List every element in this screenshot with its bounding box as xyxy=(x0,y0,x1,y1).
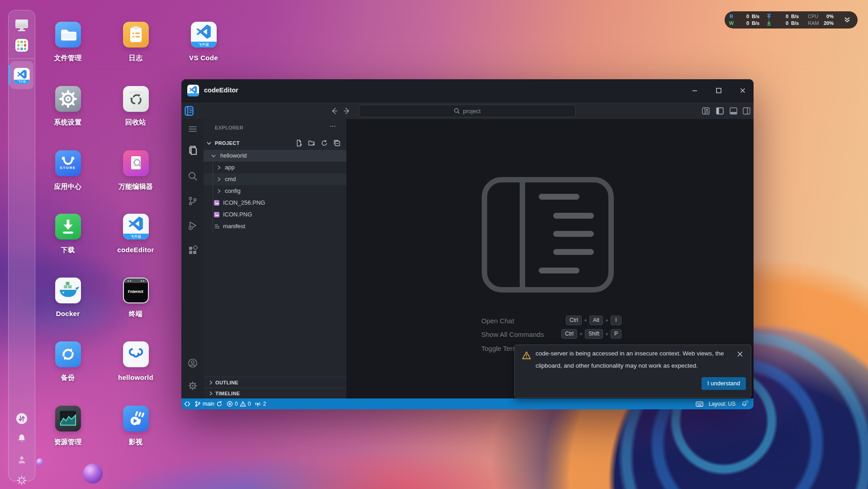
tree-item-config[interactable]: config xyxy=(204,185,346,197)
customize-layout-icon[interactable] xyxy=(702,107,710,115)
chevron-down-icon xyxy=(211,153,216,158)
upload-icon xyxy=(766,14,772,19)
refresh-icon[interactable] xyxy=(321,139,328,147)
problems-indicator[interactable]: 0 0 xyxy=(227,401,251,407)
desktop-icon-terminal[interactable]: FntermX 终端 xyxy=(109,278,163,318)
toggle-secondary-sidebar-icon[interactable] xyxy=(743,107,750,115)
warnings-icon xyxy=(240,401,246,407)
minimize-button[interactable] xyxy=(689,85,701,96)
desktop-icon-backup[interactable]: 备份 xyxy=(41,341,95,382)
codeeditor-window: codeEditor project EXPLORER ⋯ xyxy=(181,79,754,409)
toast-understand-button[interactable]: I understand xyxy=(702,377,746,390)
desktop-icon-universal-editor[interactable]: 万能编辑器 xyxy=(109,150,163,191)
download-icon xyxy=(55,214,81,240)
dock: 飞牛版 xyxy=(8,10,35,481)
desktop-icon-download[interactable]: 下载 xyxy=(41,214,95,254)
desktop-icon-video[interactable]: 影视 xyxy=(109,406,163,446)
warning-icon xyxy=(522,351,531,360)
desktop-icon-app-center[interactable]: STORE 应用中心 xyxy=(41,150,95,191)
window-app-icon xyxy=(187,85,199,96)
source-control-icon[interactable] xyxy=(187,196,198,206)
read-unit: B/s xyxy=(752,14,763,19)
app-launcher-icon[interactable] xyxy=(15,39,28,52)
project-section-header[interactable]: PROJECT xyxy=(204,137,346,149)
branch-name: main xyxy=(203,401,214,407)
collapse-all-icon[interactable] xyxy=(333,139,341,147)
toast-close-icon[interactable] xyxy=(736,350,744,358)
toggle-sidebar-icon[interactable] xyxy=(716,107,724,115)
remote-indicator[interactable] xyxy=(184,401,190,407)
chevron-right-icon xyxy=(216,165,222,170)
account-icon[interactable] xyxy=(187,358,198,369)
broadcast-icon xyxy=(255,401,261,407)
display-icon[interactable] xyxy=(15,19,28,31)
more-actions-icon[interactable]: ⋯ xyxy=(330,122,337,129)
timeline-section[interactable]: TIMELINE xyxy=(204,388,346,398)
search-box[interactable]: project xyxy=(359,105,576,117)
desktop-icon-helloworld[interactable]: helloworld xyxy=(109,341,163,381)
back-button[interactable] xyxy=(330,106,339,115)
outline-section[interactable]: OUTLINE xyxy=(204,377,346,388)
transfer-icon[interactable] xyxy=(16,412,28,425)
wallpaper-sphere-large xyxy=(83,464,103,484)
forward-button[interactable] xyxy=(342,106,351,115)
system-monitor-widget[interactable]: R 0 B/s 0 B/s CPU 0% W 0 B/s 0 B/s RAM 2… xyxy=(725,11,858,29)
maximize-button[interactable] xyxy=(713,85,725,96)
branch-indicator[interactable]: main xyxy=(194,401,223,407)
dock-divider xyxy=(9,58,35,59)
write-value: 0 xyxy=(733,20,749,26)
menu-icon[interactable] xyxy=(187,124,198,134)
search-view-icon[interactable] xyxy=(187,171,198,182)
tree-item-cmd[interactable]: cmd xyxy=(204,173,346,185)
universal-editor-icon xyxy=(123,150,149,176)
run-debug-icon[interactable] xyxy=(187,220,198,231)
list-file-icon xyxy=(214,223,220,230)
desktop-icon-system-settings[interactable]: 系统设置 xyxy=(41,86,95,127)
toggle-panel-icon[interactable] xyxy=(730,107,737,115)
chevron-right-icon xyxy=(208,391,213,396)
desktop-icon-recycle-bin[interactable]: 回收站 xyxy=(109,86,163,127)
layout-indicator[interactable]: Layout: US xyxy=(709,401,735,407)
keyboard-icon[interactable] xyxy=(696,401,703,408)
new-folder-icon[interactable] xyxy=(308,139,315,147)
close-button[interactable] xyxy=(737,85,749,96)
desktop-icon-file-manager[interactable]: 文件管理 xyxy=(41,22,95,62)
tree-item-manifest[interactable]: manifest xyxy=(204,221,346,232)
net-down-value: 0 xyxy=(772,20,788,26)
app-center-icon: STORE xyxy=(55,150,81,176)
search-icon xyxy=(454,108,460,114)
recycle-bin-icon xyxy=(123,86,149,112)
ports-indicator[interactable]: 2 xyxy=(255,401,266,407)
chevron-expand-icon[interactable] xyxy=(844,17,850,23)
desktop-icon-vscode[interactable]: 飞牛版 VS Code xyxy=(176,22,231,62)
title-bar[interactable]: codeEditor xyxy=(181,79,754,102)
dock-settings-icon[interactable] xyxy=(16,475,28,486)
editor-menu-icon[interactable] xyxy=(185,106,194,116)
toast-message: code-server is being accessed in an inse… xyxy=(536,347,727,372)
dock-active-indicator xyxy=(9,65,10,85)
notification-bell-icon[interactable] xyxy=(16,433,28,445)
tree-item-icon-256-png[interactable]: ICON_256.PNG xyxy=(204,197,346,209)
tree-item-icon-png[interactable]: ICON.PNG xyxy=(204,209,346,221)
resource-manager-icon xyxy=(55,406,81,431)
settings-gear-icon[interactable] xyxy=(187,380,198,391)
notifications-indicator[interactable] xyxy=(741,401,748,408)
desktop-icon-codeeditor[interactable]: 飞牛版 codeEditor xyxy=(109,214,163,254)
file-manager-icon xyxy=(55,22,81,48)
explorer-icon[interactable] xyxy=(187,145,198,156)
dock-item-codeeditor[interactable]: 飞牛版 xyxy=(14,68,30,84)
logs-icon xyxy=(123,22,149,48)
search-text: project xyxy=(463,108,480,115)
new-file-icon[interactable] xyxy=(295,139,303,147)
dock-codeeditor-badge: 飞牛版 xyxy=(14,80,30,84)
warning-count: 0 xyxy=(248,401,251,407)
desktop-icon-docker[interactable]: Docker xyxy=(41,278,95,317)
tree-item-app[interactable]: app xyxy=(204,162,346,173)
extensions-icon[interactable] xyxy=(187,245,198,256)
user-icon[interactable] xyxy=(16,454,28,465)
tree-item-helloworld[interactable]: helloworld xyxy=(204,150,346,162)
wallpaper-sphere-small xyxy=(36,458,44,466)
desktop-icon-logs[interactable]: 日志 xyxy=(109,22,163,62)
desktop-icon-resource-manager[interactable]: 资源管理 xyxy=(41,406,95,446)
backup-icon xyxy=(55,341,81,367)
